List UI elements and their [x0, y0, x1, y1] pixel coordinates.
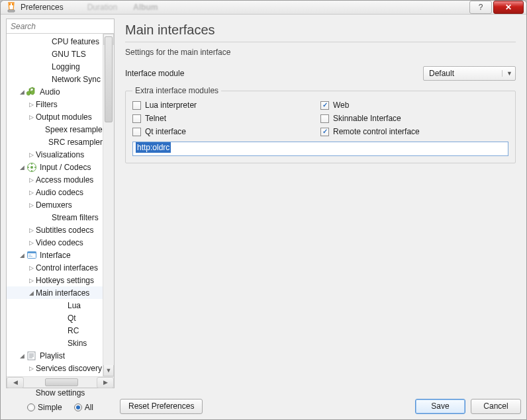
tree-item-label: RC	[68, 326, 79, 335]
tree-item[interactable]: Stream filters	[7, 211, 103, 224]
content-pane: Main interfaces Settings for the main in…	[120, 19, 521, 388]
svg-rect-4	[28, 251, 36, 253]
checkbox-unchecked-icon	[132, 128, 141, 136]
scroll-thumb[interactable]	[105, 36, 113, 122]
tree-item[interactable]: Skins	[7, 337, 103, 349]
scroll-down-icon[interactable]: ▼	[103, 365, 114, 376]
checkbox-unchecked-icon	[320, 114, 329, 123]
extra-modules-input[interactable]: http:oldrc	[132, 142, 508, 156]
caret-right-icon: ▷	[28, 101, 34, 108]
checkbox-option[interactable]: Telnet	[132, 114, 320, 123]
checkbox-label: Skinnable Interface	[333, 114, 401, 123]
help-button[interactable]: ?	[469, 1, 492, 14]
tree-item-label: Logging	[52, 62, 80, 71]
checkbox-label: Qt interface	[145, 127, 186, 136]
svg-rect-7	[28, 352, 35, 360]
tree-item[interactable]: RC	[7, 324, 103, 337]
tree-item[interactable]: ◢Main interfaces	[7, 286, 103, 299]
tree-item-label: Video codecs	[36, 238, 83, 247]
tree-item[interactable]: ▷Services discovery	[7, 362, 103, 374]
interface-module-label: Interface module	[125, 69, 271, 78]
tree-item[interactable]: ▷Subtitles codecs	[7, 224, 103, 236]
settings-tree[interactable]: CPU featuresGNU TLSLoggingNetwork Sync◢A…	[7, 34, 103, 376]
checkbox-unchecked-icon	[132, 101, 141, 110]
search-input[interactable]	[7, 19, 114, 34]
cancel-button[interactable]: Cancel	[471, 399, 521, 414]
caret-right-icon: ▷	[28, 151, 34, 158]
tree-item-label: Skins	[68, 339, 87, 348]
tree-item[interactable]: ▷Hotkeys settings	[7, 274, 103, 286]
tree-item[interactable]: Speex resampler	[7, 123, 103, 136]
checkbox-option[interactable]: Qt interface	[132, 127, 320, 136]
tree-item-label: Hotkeys settings	[36, 276, 94, 285]
tree-item[interactable]: ▷Control interfaces	[7, 261, 103, 274]
radio-label: Simple	[38, 403, 62, 412]
svg-rect-5	[28, 255, 31, 255]
tree-item-label: CPU features	[52, 37, 99, 46]
tree-item[interactable]: Lua	[7, 299, 103, 312]
tree-item-label: Subtitles codecs	[36, 226, 93, 235]
hscroll-thumb[interactable]	[45, 378, 78, 386]
close-button[interactable]: ✕	[493, 1, 524, 14]
tree-item[interactable]: Logging	[7, 60, 103, 73]
tree-item-label: Audio codecs	[36, 188, 83, 197]
tree-item[interactable]: ▷Output modules	[7, 110, 103, 123]
tree-item[interactable]: ◢Interface	[7, 249, 103, 261]
tree-item-label: Filters	[36, 100, 58, 109]
tree-item-label: Network Sync	[52, 75, 101, 84]
svg-point-2	[30, 166, 33, 169]
checkbox-option[interactable]: Web	[320, 101, 508, 110]
tree-item[interactable]: SRC resampler	[7, 136, 103, 148]
page-title: Main interfaces	[125, 20, 516, 42]
caret-down-icon: ◢	[28, 290, 34, 296]
caret-right-icon: ▷	[28, 365, 34, 372]
checkbox-option[interactable]: Remote control interface	[320, 127, 508, 136]
extra-interface-modules-group: Extra interface modules Lua interpreterW…	[125, 86, 516, 163]
save-button[interactable]: Save	[415, 399, 465, 414]
tree-item[interactable]: Network Sync	[7, 73, 103, 85]
tree-item[interactable]: GNU TLS	[7, 48, 103, 60]
vertical-scrollbar[interactable]: ▲ ▼	[103, 34, 114, 376]
divider	[125, 42, 516, 42]
checkbox-option[interactable]: Skinnable Interface	[320, 114, 508, 123]
tree-item[interactable]: ▷Access modules	[7, 173, 103, 186]
window-title: Preferences	[21, 3, 64, 12]
app-icon	[6, 2, 17, 13]
tree-item[interactable]: ◢Input / Codecs	[7, 161, 103, 173]
radio-label: All	[85, 403, 93, 412]
checkbox-checked-icon	[320, 101, 329, 110]
tree-item[interactable]: ▷Filters	[7, 98, 103, 110]
show-settings-label: Show settings	[6, 388, 115, 398]
caret-down-icon: ◢	[19, 353, 25, 359]
tree-item-label: Input / Codecs	[40, 163, 91, 172]
checkbox-option[interactable]: Lua interpreter	[132, 101, 320, 110]
scroll-right-icon[interactable]: ▶	[97, 377, 114, 388]
tree-item-label: GNU TLS	[52, 50, 86, 59]
radio-icon	[74, 403, 82, 411]
tree-item[interactable]: ◢Audio	[7, 85, 103, 98]
tree-item-label: Lua	[68, 301, 81, 310]
horizontal-scrollbar[interactable]: ◀ ▶	[7, 376, 114, 388]
caret-right-icon: ▷	[28, 114, 34, 120]
checkbox-checked-icon	[320, 128, 329, 136]
input-icon	[26, 162, 37, 173]
caret-right-icon: ▷	[28, 202, 34, 208]
caret-down-icon: ◢	[19, 89, 25, 95]
tree-item[interactable]: ◢Playlist	[7, 349, 103, 362]
interface-module-dropdown[interactable]: Default ▼	[423, 66, 516, 81]
tree-item[interactable]: Qt	[7, 312, 103, 324]
tree-item-label: Qt	[68, 314, 76, 323]
tree-item[interactable]: ▷Visualizations	[7, 148, 103, 161]
tree-item-label: Stream filters	[52, 213, 99, 222]
tree-item-label: Interface	[40, 251, 71, 260]
tree-item[interactable]: ▷Video codecs	[7, 236, 103, 249]
tree-item[interactable]: ▷Audio codecs	[7, 186, 103, 198]
reset-preferences-button[interactable]: Reset Preferences	[120, 399, 203, 414]
tree-item[interactable]: ▷Demuxers	[7, 198, 103, 211]
tree-item[interactable]: CPU features	[7, 35, 103, 48]
checkbox-label: Lua interpreter	[145, 101, 197, 110]
scroll-left-icon[interactable]: ◀	[7, 377, 24, 388]
radio-all[interactable]: All	[74, 403, 93, 412]
radio-simple[interactable]: Simple	[27, 403, 62, 412]
tree-item-label: Main interfaces	[36, 288, 89, 298]
